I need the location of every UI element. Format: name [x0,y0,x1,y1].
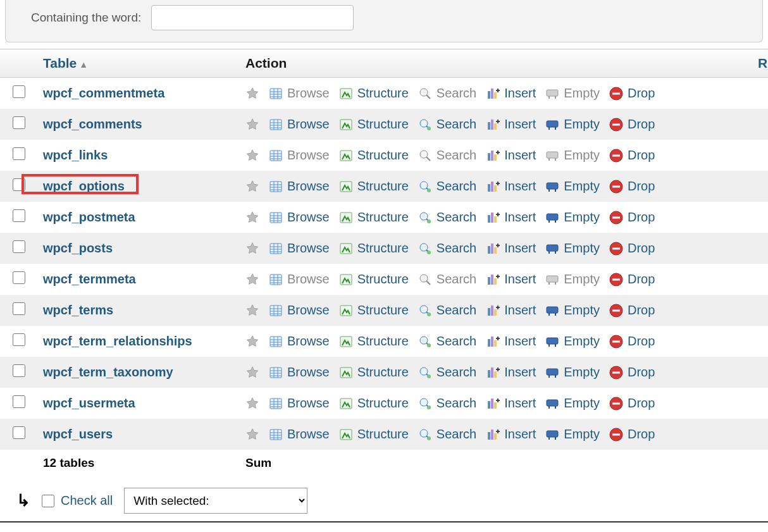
table-name-link[interactable]: wpcf_commentmeta [43,86,164,100]
insert-action[interactable]: Insert [485,148,536,163]
insert-action[interactable]: Insert [485,86,536,101]
col-table-header[interactable]: Table▲ [38,49,240,78]
structure-action[interactable]: Structure [338,427,409,442]
insert-action[interactable]: Insert [485,334,536,349]
insert-action[interactable]: Insert [485,365,536,380]
table-name-link[interactable]: wpcf_term_relationships [43,334,192,348]
browse-action[interactable]: Browse [268,365,330,380]
drop-action[interactable]: Drop [609,210,655,225]
insert-action[interactable]: Insert [485,117,536,132]
table-name-link[interactable]: wpcf_comments [43,117,142,131]
drop-action[interactable]: Drop [609,86,655,101]
browse-action[interactable]: Browse [268,303,330,318]
favorite-star-icon[interactable] [245,335,259,349]
insert-action[interactable]: Insert [485,396,536,411]
table-name-link[interactable]: wpcf_term_taxonomy [43,365,173,379]
search-action[interactable]: Search [418,365,476,380]
row-checkbox[interactable] [13,209,25,222]
table-name-link[interactable]: wpcf_postmeta [43,210,135,224]
row-checkbox[interactable] [13,178,25,191]
browse-action[interactable]: Browse [268,179,330,194]
empty-action[interactable]: Empty [545,272,600,287]
favorite-star-icon[interactable] [245,273,259,287]
favorite-star-icon[interactable] [245,118,259,132]
check-all-link[interactable]: Check all [61,493,113,508]
with-selected-dropdown[interactable]: With selected: [124,488,307,514]
table-name-link[interactable]: wpcf_posts [43,241,113,255]
insert-action[interactable]: Insert [485,303,536,318]
favorite-star-icon[interactable] [245,366,259,380]
favorite-star-icon[interactable] [245,304,259,318]
browse-action[interactable]: Browse [268,210,330,225]
drop-action[interactable]: Drop [609,427,655,442]
empty-action[interactable]: Empty [545,148,600,163]
drop-action[interactable]: Drop [609,272,655,287]
search-action[interactable]: Search [418,303,476,318]
check-all-checkbox[interactable] [42,495,54,507]
search-action[interactable]: Search [418,86,476,101]
browse-action[interactable]: Browse [268,427,330,442]
drop-action[interactable]: Drop [609,334,655,349]
structure-action[interactable]: Structure [338,303,409,318]
structure-action[interactable]: Structure [338,210,409,225]
insert-action[interactable]: Insert [485,241,536,256]
browse-action[interactable]: Browse [268,396,330,411]
empty-action[interactable]: Empty [545,117,600,132]
row-checkbox[interactable] [13,333,25,346]
structure-action[interactable]: Structure [338,148,409,163]
empty-action[interactable]: Empty [545,365,600,380]
structure-action[interactable]: Structure [338,86,409,101]
search-action[interactable]: Search [418,272,476,287]
row-checkbox[interactable] [13,395,25,408]
favorite-star-icon[interactable] [245,87,259,101]
table-name-link[interactable]: wpcf_terms [43,303,113,317]
favorite-star-icon[interactable] [245,397,259,411]
structure-action[interactable]: Structure [338,334,409,349]
browse-action[interactable]: Browse [268,148,330,163]
row-checkbox[interactable] [13,116,25,129]
empty-action[interactable]: Empty [545,427,600,442]
search-action[interactable]: Search [418,241,476,256]
empty-action[interactable]: Empty [545,210,600,225]
browse-action[interactable]: Browse [268,334,330,349]
favorite-star-icon[interactable] [245,242,259,256]
table-name-link[interactable]: wpcf_usermeta [43,396,135,410]
browse-action[interactable]: Browse [268,241,330,256]
empty-action[interactable]: Empty [545,303,600,318]
empty-action[interactable]: Empty [545,334,600,349]
table-name-link[interactable]: wpcf_termmeta [43,272,136,286]
insert-action[interactable]: Insert [485,427,536,442]
table-name-link[interactable]: wpcf_links [43,148,108,162]
drop-action[interactable]: Drop [609,241,655,256]
search-action[interactable]: Search [418,117,476,132]
favorite-star-icon[interactable] [245,180,259,194]
browse-action[interactable]: Browse [268,117,330,132]
drop-action[interactable]: Drop [609,117,655,132]
structure-action[interactable]: Structure [338,117,409,132]
col-rows-header[interactable]: R [753,49,768,78]
row-checkbox[interactable] [13,271,25,284]
search-action[interactable]: Search [418,427,476,442]
table-name-link[interactable]: wpcf_users [43,427,113,441]
empty-action[interactable]: Empty [545,241,600,256]
table-name-link[interactable]: wpcf_options [43,179,125,193]
favorite-star-icon[interactable] [245,149,259,163]
empty-action[interactable]: Empty [545,179,600,194]
row-checkbox[interactable] [13,240,25,253]
row-checkbox[interactable] [13,364,25,377]
structure-action[interactable]: Structure [338,179,409,194]
row-checkbox[interactable] [13,426,25,439]
drop-action[interactable]: Drop [609,148,655,163]
drop-action[interactable]: Drop [609,396,655,411]
browse-action[interactable]: Browse [268,272,330,287]
browse-action[interactable]: Browse [268,86,330,101]
search-action[interactable]: Search [418,148,476,163]
insert-action[interactable]: Insert [485,272,536,287]
empty-action[interactable]: Empty [545,86,600,101]
search-action[interactable]: Search [418,179,476,194]
row-checkbox[interactable] [13,147,25,160]
drop-action[interactable]: Drop [609,179,655,194]
row-checkbox[interactable] [13,302,25,315]
insert-action[interactable]: Insert [485,179,536,194]
favorite-star-icon[interactable] [245,428,259,442]
